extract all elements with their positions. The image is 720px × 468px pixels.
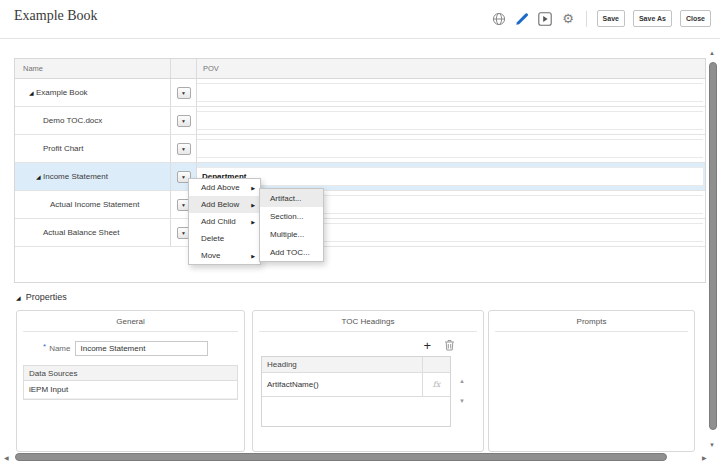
row-context-menu: Add Above▶Add Below▶Add Child▶DeleteMove… (188, 178, 261, 265)
submenu-item-add-toc-[interactable]: Add TOC... (260, 243, 323, 261)
submenu-arrow-icon: ▶ (251, 185, 255, 191)
add-heading-icon[interactable]: + (423, 340, 431, 352)
tree-row-name-cell: Profit Chart (15, 135, 171, 162)
toc-table-header: Heading (262, 357, 450, 373)
globe-icon[interactable] (492, 11, 507, 26)
menu-item-label: Move (201, 251, 221, 260)
menu-item-delete[interactable]: Delete (189, 230, 260, 247)
fx-column-header (422, 357, 450, 372)
tree-row-actions-cell: ▼ (171, 107, 197, 134)
save-as-button[interactable]: Save As (633, 10, 672, 27)
scroll-down-icon[interactable]: ▼ (709, 442, 715, 448)
vertical-scrollbar[interactable]: ▲ ▼ (707, 50, 719, 460)
tree-row-demo-toc-docx[interactable]: Demo TOC.docx▼ (15, 107, 705, 135)
tree-node-label: Income Statement (43, 172, 108, 181)
name-column-header: Name (15, 59, 171, 78)
required-marker: * (43, 342, 46, 351)
menu-item-add-child[interactable]: Add Child▶ (189, 213, 260, 230)
run-preview-icon[interactable] (538, 11, 553, 26)
tree-row-actions-cell: ▼ (171, 79, 197, 106)
general-panel: General * Name Data Sources iEPM Input (16, 310, 245, 452)
toc-headings-panel: TOC Headings + Heading ArtifactName()fx … (252, 310, 484, 452)
horizontal-scrollbar[interactable]: ◀ ▶ (4, 452, 710, 463)
tree-node-label: Example Book (36, 88, 88, 97)
submenu-arrow-icon: ▶ (251, 202, 255, 208)
settings-gear-icon[interactable]: ⚙ (561, 11, 576, 26)
delete-heading-trash-icon[interactable] (444, 337, 455, 355)
tree-row-pov-cell (197, 135, 705, 162)
tree-row-example-book[interactable]: ◢Example Book▼ (15, 79, 705, 107)
close-button[interactable]: Close (680, 10, 711, 27)
horizontal-scroll-thumb[interactable] (15, 453, 667, 461)
fx-function-icon[interactable]: fx (422, 373, 450, 396)
submenu-item-multiple-[interactable]: Multiple... (260, 225, 323, 243)
row-menu-dropdown-button[interactable]: ▼ (177, 87, 191, 99)
prompts-panel: Prompts (488, 310, 695, 452)
menu-item-add-below[interactable]: Add Below▶ (189, 196, 260, 213)
data-sources-table: Data Sources iEPM Input (23, 365, 238, 400)
tree-node-label: Profit Chart (43, 144, 83, 153)
tree-row-actions-cell: ▼ (171, 135, 197, 162)
toolbar-divider (586, 11, 587, 27)
toc-headings-panel-title: TOC Headings (259, 311, 477, 332)
expand-collapse-icon[interactable]: ◢ (29, 89, 36, 96)
toc-headings-table: Heading ArtifactName()fx (261, 356, 451, 427)
tree-row-pov-cell (197, 79, 705, 106)
submenu-item-label: Multiple... (270, 230, 304, 239)
tree-row-pov-cell (197, 107, 705, 134)
submenu-item-section-[interactable]: Section... (260, 207, 323, 225)
tree-row-actual-balance-sheet[interactable]: Actual Balance Sheet▼ (15, 219, 705, 247)
expand-collapse-icon[interactable]: ◢ (36, 173, 43, 180)
tree-table-header: Name POV (15, 59, 705, 79)
data-sources-header: Data Sources (24, 366, 237, 381)
page-title: Example Book (14, 8, 98, 24)
scroll-left-icon[interactable]: ◀ (4, 454, 9, 461)
data-source-row[interactable]: iEPM Input (24, 381, 237, 399)
scroll-right-icon[interactable]: ▶ (702, 454, 707, 461)
pov-strip[interactable] (197, 139, 703, 158)
move-heading-up-icon[interactable]: ▲ (459, 378, 465, 384)
prompts-panel-title: Prompts (495, 311, 688, 332)
pov-strip[interactable] (197, 83, 703, 102)
menu-item-move[interactable]: Move▶ (189, 247, 260, 264)
menu-item-label: Delete (201, 234, 224, 243)
tree-row-actual-income-statement[interactable]: Actual Income Statement▼ (15, 191, 705, 219)
header-toolbar: ⚙ Save Save As Close (492, 10, 711, 27)
tree-row-profit-chart[interactable]: Profit Chart▼ (15, 135, 705, 163)
properties-section-header[interactable]: ◢ Properties (16, 292, 67, 302)
menu-item-add-above[interactable]: Add Above▶ (189, 179, 260, 196)
name-field-label: Name (49, 344, 70, 353)
tree-row-name-cell: ◢Income Statement (15, 163, 171, 190)
menu-item-label: Add Above (201, 183, 240, 192)
toc-headings-toolbar: + (253, 339, 455, 353)
add-below-submenu: Artifact...Section...Multiple...Add TOC.… (259, 188, 324, 262)
title-divider (0, 38, 720, 39)
heading-column-header: Heading (262, 357, 422, 372)
tree-node-label: Actual Balance Sheet (43, 228, 120, 237)
submenu-item-artifact-[interactable]: Artifact... (260, 189, 323, 207)
edit-pencil-icon[interactable] (515, 11, 530, 26)
move-heading-down-icon[interactable]: ▼ (459, 398, 465, 404)
scroll-up-icon[interactable]: ▲ (709, 50, 715, 56)
general-panel-title: General (23, 311, 238, 332)
row-menu-dropdown-button[interactable]: ▼ (177, 143, 191, 155)
book-tree-table: Name POV ◢Example Book▼Demo TOC.docx▼Pro… (14, 58, 706, 283)
submenu-item-label: Section... (270, 212, 303, 221)
toc-heading-row[interactable]: ArtifactName()fx (262, 373, 450, 397)
submenu-item-label: Add TOC... (270, 248, 310, 257)
tree-node-label: Actual Income Statement (50, 200, 139, 209)
actions-column-header (171, 59, 197, 78)
collapse-triangle-icon: ◢ (16, 294, 21, 301)
toc-heading-value: ArtifactName() (262, 373, 422, 396)
name-input[interactable] (75, 341, 208, 356)
tree-row-name-cell: Demo TOC.docx (15, 107, 171, 134)
tree-row-name-cell: Actual Balance Sheet (15, 219, 171, 246)
pov-strip[interactable] (197, 111, 703, 130)
tree-row-name-cell: ◢Example Book (15, 79, 171, 106)
save-button[interactable]: Save (597, 10, 625, 27)
vertical-scroll-thumb[interactable] (709, 62, 717, 430)
row-menu-dropdown-button[interactable]: ▼ (177, 115, 191, 127)
pov-strip[interactable]: Department (197, 167, 703, 186)
tree-row-income-statement[interactable]: ◢Income Statement▼Department (15, 163, 705, 191)
menu-item-label: Add Child (201, 217, 236, 226)
